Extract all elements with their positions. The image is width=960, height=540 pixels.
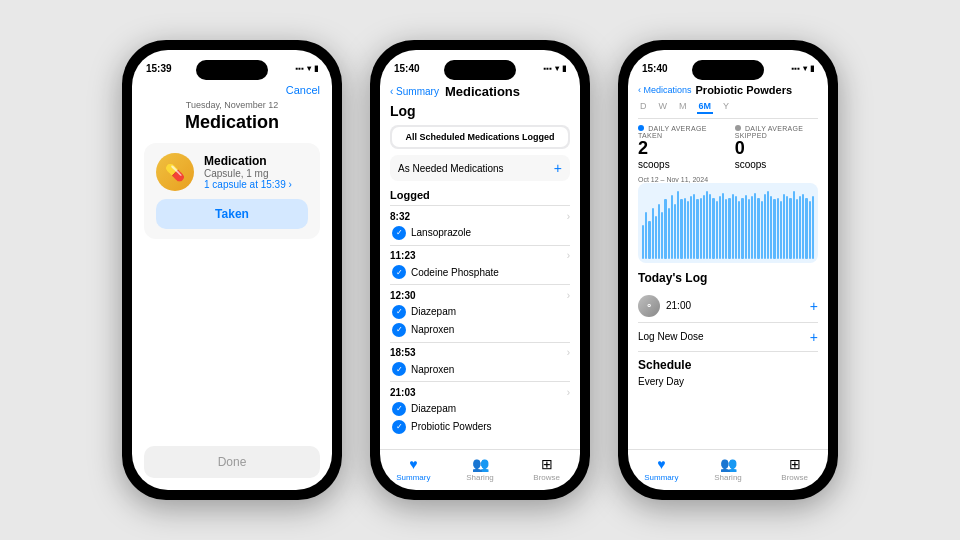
tabbar-browse-label-3: Browse — [781, 473, 808, 482]
chart-bar — [789, 198, 791, 259]
wifi-icon-2: ▾ — [555, 64, 559, 73]
log-divider-4 — [390, 342, 570, 343]
phone2-tabbar: ♥ Summary 👥 Sharing ⊞ Browse — [380, 449, 580, 490]
phone-3: 15:40 ▪▪▪ ▾ ▮ ‹ Medications Probiotic Po… — [618, 40, 838, 500]
log-time-row-2[interactable]: 11:23 › — [390, 247, 570, 264]
phone3-content: ‹ Medications Probiotic Powders D W M 6M… — [628, 82, 828, 490]
log-med-name-5b: Probiotic Powders — [411, 421, 492, 432]
log-med-name-5a: Diazepam — [411, 403, 456, 414]
med-check-icon-3b: ✓ — [392, 323, 406, 337]
chart-bar — [732, 194, 734, 259]
chart-bar — [805, 198, 807, 259]
taken-button[interactable]: Taken — [156, 199, 308, 229]
chart-bar — [693, 194, 695, 259]
chart-bar — [770, 196, 772, 259]
phone-2-screen: 15:40 ▪▪▪ ▾ ▮ ‹ Summary Medications Log … — [380, 50, 580, 490]
med-check-icon-5b: ✓ — [392, 420, 406, 434]
log-new-dose-row[interactable]: Log New Dose + — [638, 323, 818, 352]
med-dose: Capsule, 1 mg — [204, 168, 308, 179]
phone1-content: Cancel Tuesday, November 12 Medication 💊… — [132, 82, 332, 490]
todays-log-title: Today's Log — [638, 271, 818, 285]
log-time-row-1[interactable]: 8:32 › — [390, 208, 570, 225]
stat-taken-label: DAILY AVERAGE TAKEN — [638, 125, 715, 139]
cancel-button[interactable]: Cancel — [286, 84, 320, 96]
today-entry-plus-icon[interactable]: + — [810, 298, 818, 314]
log-divider-5 — [390, 381, 570, 382]
chart-bar — [793, 191, 795, 259]
chart-bar — [712, 198, 714, 259]
phone1-title: Medication — [144, 112, 320, 133]
chart-bar — [664, 199, 666, 259]
log-med-name-3b: Naproxen — [411, 324, 454, 335]
stat-skipped: DAILY AVERAGE SKIPPED 0 scoops — [735, 125, 818, 170]
back-button-2[interactable]: ‹ Summary — [390, 86, 439, 97]
log-time-row-5[interactable]: 21:03 › — [390, 384, 570, 401]
med-check-icon-3a: ✓ — [392, 305, 406, 319]
log-new-plus-icon[interactable]: + — [810, 329, 818, 345]
period-m[interactable]: M — [677, 100, 689, 114]
tabbar-browse-3[interactable]: ⊞ Browse — [761, 456, 828, 482]
status-icons-3: ▪▪▪ ▾ ▮ — [791, 64, 814, 73]
browse-icon-2: ⊞ — [541, 456, 553, 472]
tabbar-sharing-3[interactable]: 👥 Sharing — [695, 456, 762, 482]
chart-bar — [796, 199, 798, 259]
chart-bar — [645, 212, 647, 259]
period-d[interactable]: D — [638, 100, 649, 114]
log-med-name-4: Naproxen — [411, 364, 454, 375]
tabbar-summary-2[interactable]: ♥ Summary — [380, 456, 447, 482]
tab-scheduled[interactable]: All Scheduled Medications Logged — [392, 127, 568, 147]
log-med-row-2: ✓ Codeine Phosphate — [390, 264, 570, 282]
chart-bar — [725, 199, 727, 259]
log-time-row-4[interactable]: 18:53 › — [390, 344, 570, 361]
tabbar-browse-2[interactable]: ⊞ Browse — [513, 456, 580, 482]
log-divider-2 — [390, 245, 570, 246]
log-med-row-3b: ✓ Naproxen — [390, 322, 570, 340]
chart-bar — [661, 212, 663, 259]
log-med-row-5b: ✓ Probiotic Powders — [390, 419, 570, 437]
chart-bar — [722, 193, 724, 259]
wifi-icon-1: ▾ — [307, 64, 311, 73]
med-schedule[interactable]: 1 capsule at 15:39 › — [204, 179, 308, 190]
today-entry-row[interactable]: ⚬ 21:00 + — [638, 290, 818, 323]
as-needed-plus-icon[interactable]: + — [554, 160, 562, 176]
log-divider — [390, 205, 570, 206]
status-icons-2: ▪▪▪ ▾ ▮ — [543, 64, 566, 73]
browse-icon-3: ⊞ — [789, 456, 801, 472]
chart-bar — [680, 199, 682, 259]
back-button-3[interactable]: ‹ Medications — [638, 85, 692, 95]
log-time-row-3[interactable]: 12:30 › — [390, 287, 570, 304]
time-3: 15:40 — [642, 63, 668, 74]
stat-taken: DAILY AVERAGE TAKEN 2 scoops — [638, 125, 715, 170]
chart-bar — [709, 194, 711, 259]
schedule-title: Schedule — [638, 358, 818, 372]
tabbar-sharing-2[interactable]: 👥 Sharing — [447, 456, 514, 482]
period-w[interactable]: W — [657, 100, 670, 114]
med-icon: 💊 — [156, 153, 194, 191]
tabbar-summary-3[interactable]: ♥ Summary — [628, 456, 695, 482]
chart-bar — [780, 201, 782, 259]
med-check-icon-2: ✓ — [392, 265, 406, 279]
tabbar-summary-label-2: Summary — [396, 473, 430, 482]
as-needed-label: As Needed Medications — [398, 163, 504, 174]
battery-icon-1: ▮ — [314, 64, 318, 73]
done-button[interactable]: Done — [144, 446, 320, 478]
chart-bar — [642, 225, 644, 259]
chart-bar — [748, 199, 750, 259]
chart-bar — [716, 201, 718, 259]
period-6m[interactable]: 6M — [697, 100, 714, 114]
tabbar-sharing-label-3: Sharing — [714, 473, 742, 482]
period-tabs: D W M 6M Y — [638, 100, 818, 119]
med-details: Medication Capsule, 1 mg 1 capsule at 15… — [204, 154, 308, 190]
tabbar-browse-label-2: Browse — [533, 473, 560, 482]
chart-bar — [652, 208, 654, 259]
chart-bar — [764, 194, 766, 259]
as-needed-row[interactable]: As Needed Medications + — [390, 155, 570, 181]
medication-card: 💊 Medication Capsule, 1 mg 1 capsule at … — [144, 143, 320, 239]
phones-container: 15:39 ▪▪▪ ▾ ▮ Cancel Tuesday, November 1… — [122, 40, 838, 500]
wifi-icon-3: ▾ — [803, 64, 807, 73]
log-divider-3 — [390, 284, 570, 285]
chart-bar — [809, 201, 811, 259]
period-y[interactable]: Y — [721, 100, 731, 114]
phone2-body: Log All Scheduled Medications Logged As … — [380, 103, 580, 449]
chart-bar — [655, 216, 657, 259]
